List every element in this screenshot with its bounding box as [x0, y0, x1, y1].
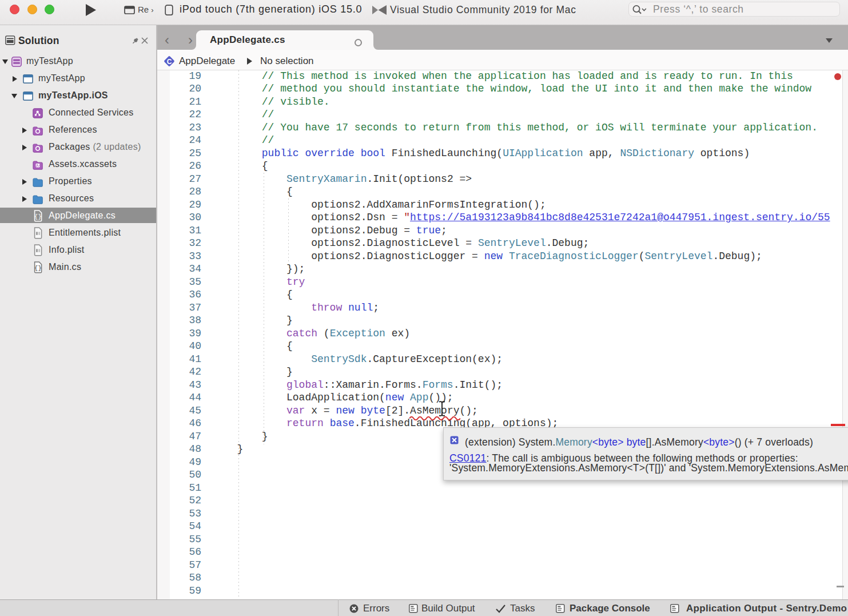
svg-text:C: C [167, 58, 172, 66]
svg-text:{}: {} [34, 265, 42, 272]
svg-text:{}: {} [34, 213, 42, 220]
